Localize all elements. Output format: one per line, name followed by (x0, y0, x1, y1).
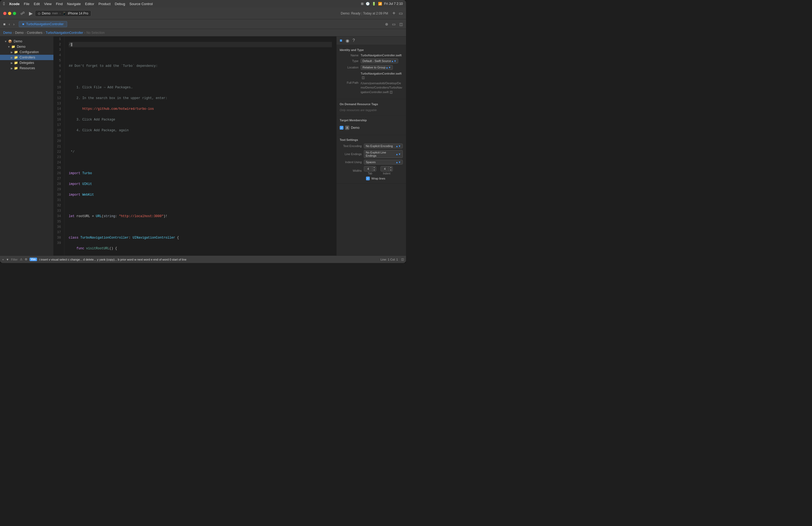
indent-using-dropdown[interactable]: Spaces ▲▼ (364, 160, 403, 165)
indent-stepper-down[interactable]: ▼ (389, 169, 393, 171)
code-line-6: 2. In the search box in the upper right,… (69, 95, 332, 101)
inspector-toggle[interactable]: ▭ (399, 11, 403, 16)
navigator-toggle[interactable]: ■ (2, 21, 6, 27)
code-line-16 (69, 203, 332, 208)
inspector-type-dropdown[interactable]: Default - Swift Source ▲▼ (361, 59, 398, 63)
menubar-right: ⊞ 🕐 🔋 📶 Fri Jul 7 2:10 (361, 2, 403, 6)
breadcrumb-demo2[interactable]: Demo (15, 31, 24, 35)
text-encoding-dropdown[interactable]: No Explicit Encoding ▲▼ (364, 144, 403, 148)
code-line-17: let rootURL = URL(string: "http://localh… (69, 214, 332, 219)
expand-icon-controllers: ▶ (11, 56, 13, 59)
tab-stepper-arrows[interactable]: ▲ ▼ (372, 166, 376, 171)
tab-width-group: 4 ▲ ▼ Tab (364, 166, 376, 175)
sidebar-item-controllers[interactable]: ▶ 📁 Controllers (0, 55, 54, 60)
tab-stepper-up[interactable]: ▲ (373, 166, 376, 169)
line-endings-dropdown[interactable]: No Explicit Line Endings ▲▼ (364, 150, 403, 158)
related-items-button[interactable]: ⊕ (384, 21, 389, 27)
breadcrumb-file[interactable]: TurboNavigationController (46, 31, 83, 35)
expand-icon: ▼ (4, 40, 7, 43)
scheme-selector[interactable]: ◇ Demo main › 📱 iPhone 14 Pro (35, 10, 91, 17)
folder-icon-config: 📁 (14, 50, 18, 54)
inspector-panel: ■ ◉ ? Identity and Type Name TurboNaviga… (336, 36, 406, 255)
indent-width-stepper[interactable]: 4 ▲ ▼ (380, 166, 393, 171)
split-editor-button[interactable]: ▭ (391, 21, 396, 27)
expand-icon-demo: ▼ (8, 45, 10, 48)
device-icon: 📱 (62, 12, 66, 15)
sidebar-item-configuration[interactable]: ▶ 📁 Configuration (0, 49, 54, 55)
code-content[interactable]: /| ## Don't forget to add the `Turbo` de… (64, 36, 336, 255)
indent-stepper-arrows[interactable]: ▲ ▼ (389, 166, 393, 171)
editor-options-button[interactable]: ◫ (398, 21, 404, 27)
menu-source-control[interactable]: Source Control (129, 2, 153, 6)
inspector-tab-file[interactable]: ■ (340, 38, 342, 43)
breadcrumb-controllers[interactable]: Controllers (27, 31, 42, 35)
warning-button[interactable]: ⚠ (20, 258, 23, 261)
sidebar-label-demo: Demo (17, 45, 26, 48)
inspector-fullpath-label: Full Path (340, 81, 359, 84)
dropdown-arrow-lineendings: ▲▼ (395, 153, 401, 156)
inspector-location-dropdown[interactable]: Relative to Group ▲▼ (361, 65, 393, 70)
breadcrumb-bar: Demo › Demo › Controllers › TurboNavigat… (0, 29, 406, 36)
inspector-location-value: Relative to Group (362, 66, 386, 69)
code-line-18 (69, 224, 332, 230)
code-line-9: 4. Click Add Package, again (69, 128, 332, 133)
breadcrumb-demo1[interactable]: Demo (3, 31, 12, 35)
menu-product[interactable]: Product (99, 2, 111, 6)
maximize-button[interactable] (13, 12, 16, 15)
add-editor-button[interactable]: + (392, 10, 395, 16)
back-button[interactable]: ‹ (8, 21, 11, 27)
sidebar-item-resources[interactable]: ▶ 📁 Resources (0, 65, 54, 71)
settings-bottom-button[interactable]: ⚙ (25, 258, 27, 261)
minimize-button[interactable] (8, 12, 11, 15)
sidebar-item-demo-root[interactable]: ▼ 📦 Demo (0, 39, 54, 44)
sidebar-item-delegates[interactable]: ▶ 📁 Delegates (0, 60, 54, 65)
filter-label[interactable]: Filter (11, 258, 17, 261)
line-endings-row: Line Endings No Explicit Line Endings ▲▼ (340, 150, 403, 158)
inspector-name-row: Name TurboNavigationController.swift (340, 54, 403, 57)
app-menu-xcode[interactable]: Xcode (9, 2, 19, 6)
status-time: Today at 2:09 PM (363, 12, 388, 15)
target-checkbox[interactable]: ✓ (340, 126, 344, 130)
code-line-15: import WebKit (69, 192, 332, 197)
sidebar-toggle[interactable]: ☍ (20, 11, 25, 16)
menu-debug[interactable]: Debug (115, 2, 125, 6)
inspector-ondemand-hint: Only resources are taggable (340, 108, 377, 111)
menu-file[interactable]: File (24, 2, 30, 6)
scheme-icon: ◇ (38, 12, 40, 15)
folder-icon: 📦 (8, 40, 12, 43)
sidebar-item-demo[interactable]: ▼ 📁 Demo (0, 44, 54, 49)
code-editor[interactable]: 12345 678910 1112131415 1617181920 21222… (54, 36, 336, 255)
run-button[interactable]: ▶ (29, 11, 33, 16)
code-editor-area[interactable]: 12345 678910 1112131415 1617181920 21222… (54, 36, 336, 255)
inspector-target-title: Target Membership (340, 119, 403, 122)
menu-edit[interactable]: Edit (34, 2, 40, 6)
text-encoding-value: No Explicit Encoding (366, 145, 393, 148)
inspector-textsettings-section: Text Settings Text Encoding No Explicit … (336, 135, 406, 184)
inspector-tab-help[interactable]: ? (352, 38, 355, 43)
filter-button[interactable]: ▼ (6, 258, 9, 261)
tab-turbonavcontroller[interactable]: ■ TurboNavigationController (19, 21, 67, 27)
browse-location-button[interactable]: ◫ (362, 76, 365, 79)
menu-editor[interactable]: Editor (85, 2, 94, 6)
add-file-button[interactable]: + (2, 258, 4, 261)
indent-stepper-up[interactable]: ▲ (389, 166, 393, 169)
sidebar-label-controllers: Controllers (19, 56, 35, 59)
close-button[interactable] (3, 12, 6, 15)
wrap-lines-checkbox[interactable]: ✓ (366, 177, 370, 180)
inspector-tab-history[interactable]: ◉ (346, 38, 349, 43)
dropdown-arrow-location: ▲▼ (386, 66, 391, 69)
inspector-fullpath-row: Full Path /Users/joemasilotti/Desktop/De… (340, 81, 403, 94)
apple-menu[interactable]:  (3, 1, 5, 6)
inspector-type-label: Type (340, 59, 359, 62)
menu-find[interactable]: Find (56, 2, 62, 6)
text-encoding-row: Text Encoding No Explicit Encoding ▲▼ (340, 144, 403, 148)
tab-stepper-down[interactable]: ▼ (373, 169, 376, 171)
inspector-name-value: TurboNavigationController.swift (361, 54, 403, 57)
tab-width-stepper[interactable]: 4 ▲ ▼ (364, 166, 376, 171)
wrap-lines-label: Wrap lines (371, 177, 385, 180)
forward-button[interactable]: › (12, 21, 16, 27)
browse-fullpath-button[interactable]: ◫ (390, 90, 393, 94)
menu-navigate[interactable]: Navigate (67, 2, 81, 6)
text-encoding-label: Text Encoding (340, 145, 364, 148)
menu-view[interactable]: View (44, 2, 52, 6)
